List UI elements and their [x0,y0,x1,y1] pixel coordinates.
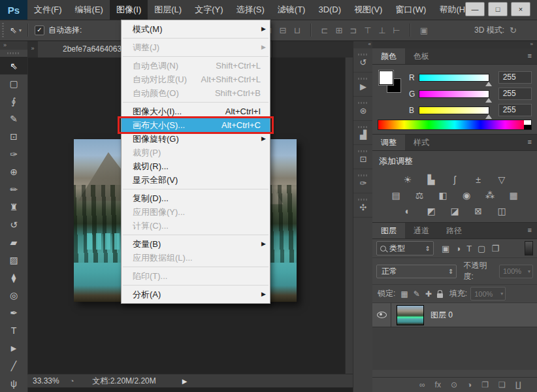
tab-adjustments[interactable]: 调整 [372,135,405,150]
menu-item-24[interactable]: 分析(A)▶ [122,287,270,301]
clone-stamp-tool[interactable]: ♜ [0,198,27,216]
tab-swatches[interactable]: 色板 [405,48,438,64]
menu-item-0[interactable]: 模式(M)▶ [122,22,270,36]
history-brush-tool[interactable]: ↺ [0,216,27,233]
menubar-item-3[interactable]: 图层(L) [148,0,188,20]
menubar-item-6[interactable]: 滤镜(T) [271,0,312,20]
fill-field[interactable]: 100% ▾ [470,287,506,301]
lasso-tool[interactable]: ∮ [0,92,27,110]
distribute-vertical-centers-icon[interactable]: ⊥ [375,25,389,35]
distribute-bottom-edges-icon[interactable]: ⊢ [389,25,404,35]
menubar-item-5[interactable]: 选择(S) [229,0,270,20]
black-swatch[interactable] [524,125,531,129]
gradient-map-icon[interactable]: ⊠ [470,205,486,217]
posterize-icon[interactable]: ◩ [423,205,439,217]
photo-filter-icon[interactable]: ◉ [459,189,474,201]
layer-filter-type-dropdown[interactable]: 类型 ⇕ [376,241,434,255]
tab-paths[interactable]: 路径 [438,223,470,238]
lock-image-pixels-icon[interactable]: ✎ [414,289,420,299]
gradient-tool[interactable]: ▨ [0,251,27,269]
dodge-tool[interactable]: ◎ [0,286,27,304]
panel-menu-icon[interactable]: ≡ [528,135,537,150]
menubar-item-7[interactable]: 3D(D) [312,0,348,20]
info-panel-button[interactable]: ⊡ [353,145,373,169]
threshold-icon[interactable]: ◪ [447,205,463,217]
tab-channels[interactable]: 通道 [405,223,438,238]
lock-transparent-pixels-icon[interactable]: ▦ [400,289,408,299]
auto-select-checkbox[interactable]: ✓ [35,25,44,35]
layer-filter-toggle[interactable] [525,241,533,255]
hue-saturation-icon[interactable]: ▤ [388,189,404,201]
tool-preset-dropdown-icon[interactable]: ▾ [19,27,22,33]
add-layer-mask-icon[interactable]: ⊙ [451,380,457,389]
filter-shape-layers-icon[interactable]: ▢ [478,244,485,253]
blend-mode-select[interactable]: 正常 ⇕ [376,265,457,278]
vibrance-icon[interactable]: ▽ [494,174,510,186]
menu-item-19[interactable]: 变量(B)▶ [122,237,270,251]
pen-tool[interactable]: ✒ [0,304,27,321]
filter-adjustment-layers-icon[interactable]: ◑ [455,244,461,253]
brightness-contrast-icon[interactable]: ☀ [400,174,415,186]
red-slider[interactable] [419,74,489,82]
minimize-button[interactable]: — [465,2,485,16]
color-balance-icon[interactable]: ⚖ [412,189,427,201]
curves-icon[interactable]: ʃ [447,174,463,186]
filter-pixel-layers-icon[interactable]: ▣ [442,244,449,253]
zoom-level[interactable]: 33.33% [33,376,59,385]
rectangular-marquee-tool[interactable]: ▢ [0,74,27,92]
dock-collapse-icon[interactable]: » [372,41,537,48]
histogram-panel-button[interactable]: ▟ [353,121,373,145]
panel-menu-icon[interactable]: ≡ [528,223,537,238]
toolbar-collapse-icon[interactable]: » [0,41,27,50]
align-horizontal-centers-icon[interactable]: ⊞ [332,25,346,35]
menu-item-15[interactable]: 复制(D)... [122,191,270,205]
lock-position-icon[interactable]: ✚ [425,289,432,299]
brush-panel-button[interactable]: ✑ [353,169,373,193]
filter-type-layers-icon[interactable]: T [466,244,472,253]
brush-tool[interactable]: ✏ [0,180,27,198]
tab-overflow-icon[interactable]: » [27,41,38,57]
line-tool[interactable]: ╱ [0,357,27,374]
levels-icon[interactable]: ▙ [423,174,439,186]
align-right-edges-icon[interactable]: ⊐ [346,25,361,35]
align-left-edges-icon[interactable]: ⊏ [317,25,332,35]
lock-all-icon[interactable] [437,293,443,298]
white-swatch[interactable] [524,120,531,125]
quick-selection-tool[interactable]: ✎ [0,110,27,127]
delete-layer-icon[interactable]: ∐ [515,380,521,389]
channel-mixer-icon[interactable]: ⁂ [482,189,498,201]
green-slider[interactable] [419,90,489,98]
hand-tool[interactable]: ψ [0,374,27,392]
align-bottom-edges-icon[interactable]: ⊔ [290,25,304,35]
tab-layers[interactable]: 图层 [372,223,405,238]
menubar-item-9[interactable]: 窗口(W) [389,0,432,20]
layer-row[interactable]: 图层 0 [372,303,537,327]
spot-healing-brush-tool[interactable]: ⊕ [0,163,27,180]
navigator-panel-button[interactable]: ⊛ [353,97,373,121]
brush-presets-panel-button[interactable]: ✣ [353,193,373,218]
menu-item-8[interactable]: 图像大小(I)...Alt+Ctrl+I [122,105,270,118]
menu-item-12[interactable]: 裁切(R)... [122,159,270,173]
menubar-item-1[interactable]: 编辑(E) [69,0,110,20]
green-value[interactable]: 255 [498,88,532,100]
blur-tool[interactable]: ⧫ [0,269,27,286]
selective-color-icon[interactable]: ◫ [494,205,510,217]
auto-align-layers-icon[interactable]: ▣ [417,25,431,35]
eyedropper-tool[interactable]: ✑ [0,145,27,163]
new-layer-icon[interactable]: ❏ [498,380,506,389]
opacity-field[interactable]: 100% ▾ [499,265,533,278]
foreground-background-swatches[interactable] [379,71,402,94]
link-layers-icon[interactable]: ∞ [419,380,425,389]
panel-menu-icon[interactable]: ≡ [528,48,537,64]
layer-thumbnail[interactable] [397,305,424,325]
history-panel-button[interactable]: ↺ [353,48,373,73]
menu-item-13[interactable]: 显示全部(V) [122,173,270,187]
actions-panel-button[interactable]: ▶ [353,73,373,97]
toolbar-grip[interactable] [7,52,20,54]
blue-slider[interactable] [419,106,489,114]
menu-item-10[interactable]: 图像旋转(G)▶ [122,132,270,146]
exposure-icon[interactable]: ± [470,174,486,186]
close-button[interactable]: × [511,2,530,16]
black-white-icon[interactable]: ◧ [435,189,451,201]
filter-smart-objects-icon[interactable]: ❐ [491,244,499,253]
